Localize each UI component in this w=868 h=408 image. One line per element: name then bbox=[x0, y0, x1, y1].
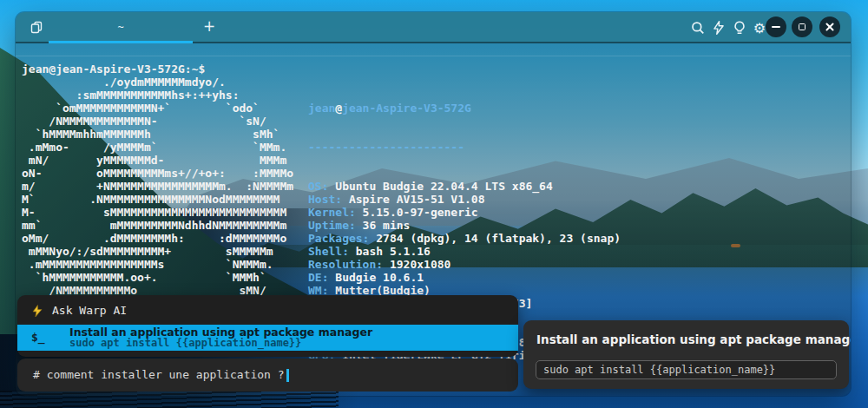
info-line: OS: Ubuntu Budgie 22.04.4 LTS x86_64 bbox=[308, 180, 621, 193]
minimize-button[interactable] bbox=[766, 16, 786, 37]
minimize-icon bbox=[772, 26, 780, 28]
ai-header-label: Ask Warp AI bbox=[52, 303, 127, 319]
tips-lightbulb-icon[interactable] bbox=[732, 20, 747, 36]
maximize-icon bbox=[799, 23, 806, 30]
neofetch-user-host: jean@jean-Aspire-V3-572G bbox=[308, 102, 621, 115]
warp-ai-bolt-icon[interactable] bbox=[711, 20, 727, 36]
prompt-symbol-icon: $_ bbox=[31, 330, 45, 345]
close-button[interactable] bbox=[819, 16, 840, 37]
preview-code-box: sudo apt install {{application_name}} bbox=[536, 360, 837, 379]
ai-panel-header: Ask Warp AI bbox=[31, 303, 127, 319]
info-line: Uptime: 36 mins bbox=[308, 219, 621, 232]
tab-bar: ~ + ⚙ bbox=[16, 12, 851, 43]
neofetch-separator: ----------------------- bbox=[308, 141, 621, 154]
desktop: ~ + ⚙ bbox=[0, 0, 868, 408]
search-icon[interactable] bbox=[690, 20, 706, 36]
active-tab-underline bbox=[49, 41, 193, 43]
suggestion-preview-panel: Install an application using apt package… bbox=[523, 320, 849, 389]
info-line: Resolution: 1920x1080 bbox=[308, 258, 621, 271]
info-line: DE: Budgie 10.6.1 bbox=[308, 271, 621, 284]
info-line: Packages: 2784 (dpkg), 14 (flatpak), 23 … bbox=[308, 232, 621, 245]
maximize-button[interactable] bbox=[792, 16, 812, 37]
ask-warp-ai-panel: Ask Warp AI $_ Install an application us… bbox=[17, 295, 518, 357]
info-line: Shell: bash 5.1.16 bbox=[308, 245, 621, 258]
text-cursor bbox=[286, 369, 289, 382]
terminal-input[interactable]: # comment installer une application ? bbox=[17, 359, 518, 392]
preview-command: sudo apt install {{application_name}} bbox=[543, 364, 775, 376]
terminal-input-text: # comment installer une application ? bbox=[33, 368, 285, 382]
bookmarks-pages-icon[interactable] bbox=[30, 21, 43, 35]
ai-suggestion-item[interactable]: $_ Install an application using apt pack… bbox=[17, 325, 518, 351]
command-block-separator bbox=[16, 56, 851, 56]
suggestion-command: sudo apt install {{application_name}} bbox=[69, 338, 301, 349]
shell-prompt-line: jean@jean-Aspire-V3-572G:~$ bbox=[22, 63, 205, 76]
tab-home[interactable]: ~ bbox=[49, 12, 193, 43]
terminal-window: ~ + ⚙ bbox=[16, 12, 851, 396]
bolt-icon bbox=[31, 305, 43, 318]
tab-title: ~ bbox=[49, 12, 193, 42]
close-icon bbox=[825, 22, 835, 32]
info-line: Host: Aspire AV15-51 V1.08 bbox=[308, 193, 621, 206]
neofetch-ascii-logo: ./oydmMMMMMMmdyo/. :smMMMMMMMMMMMhs+:++y… bbox=[22, 76, 293, 297]
new-tab-button[interactable]: + bbox=[194, 12, 224, 43]
preview-title: Install an application using apt package… bbox=[536, 332, 851, 346]
info-line: Kernel: 5.15.0-97-generic bbox=[308, 206, 621, 219]
